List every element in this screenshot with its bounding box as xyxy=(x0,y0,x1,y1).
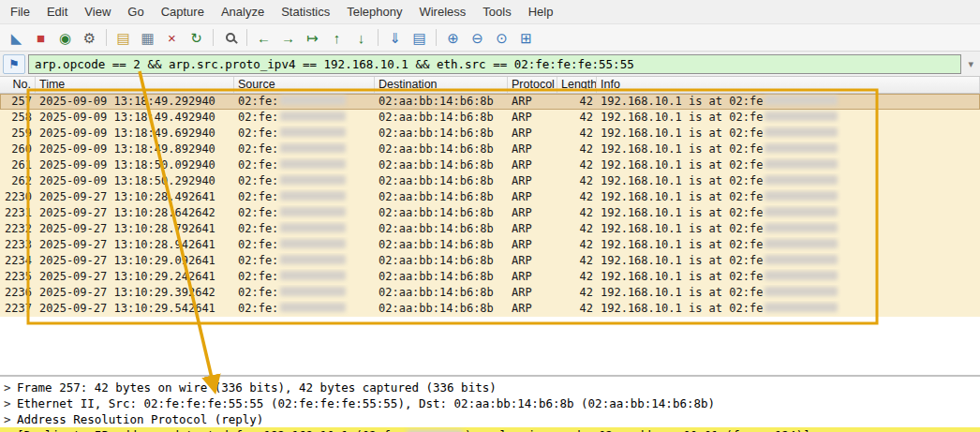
cell-info: 192.168.10.1 is at 02:fe xyxy=(597,189,980,205)
column-header-info[interactable]: Info xyxy=(597,77,980,93)
cell-time: 2025-09-09 13:18:49.492940 xyxy=(36,110,234,126)
packet-row[interactable]: 2612025-09-09 13:18:50.09294002:fe:02:aa… xyxy=(0,157,980,173)
packet-row[interactable]: 22302025-09-27 13:10:28.49264102:fe:02:a… xyxy=(0,189,980,205)
packet-row[interactable]: 22322025-09-27 13:10:28.79264102:fe:02:a… xyxy=(0,221,980,237)
expander-icon[interactable]: > xyxy=(4,427,17,432)
cell-time: 2025-09-09 13:18:49.892940 xyxy=(36,142,234,157)
cell-no: 258 xyxy=(0,110,36,126)
cell-dst: 02:aa:bb:14:b6:8b xyxy=(375,285,508,301)
detail-text: Ethernet II, Src: 02:fe:fe:fe:55:55 (02:… xyxy=(17,396,715,410)
find-packet-icon[interactable] xyxy=(218,26,242,50)
detail-line[interactable]: >Ethernet II, Src: 02:fe:fe:fe:55:55 (02… xyxy=(0,395,980,411)
cell-time: 2025-09-09 13:18:50.092940 xyxy=(36,157,234,173)
redacted-blur xyxy=(280,239,346,248)
menu-analyze[interactable]: Analyze xyxy=(213,1,273,22)
column-header-source[interactable]: Source xyxy=(234,77,375,93)
go-to-packet-icon[interactable]: ↦ xyxy=(301,26,324,50)
stop-capture-icon[interactable]: ■ xyxy=(29,26,52,50)
packet-row[interactable]: 22312025-09-27 13:10:28.64264202:fe:02:a… xyxy=(0,205,980,221)
start-capture-icon[interactable]: ◣ xyxy=(5,26,28,50)
menu-capture[interactable]: Capture xyxy=(153,1,213,22)
menu-edit[interactable]: Edit xyxy=(38,1,76,22)
redacted-blur xyxy=(765,191,838,201)
packet-row[interactable]: 22342025-09-27 13:10:29.09264102:fe:02:a… xyxy=(0,253,980,269)
cell-no: 2233 xyxy=(0,237,36,253)
last-packet-icon[interactable]: ↓ xyxy=(349,26,373,50)
expander-icon[interactable]: > xyxy=(4,411,17,427)
cell-info: 192.168.10.1 is at 02:fe xyxy=(597,142,980,157)
toolbar-separator xyxy=(106,29,107,46)
packet-row[interactable]: 22362025-09-27 13:10:29.39264202:fe:02:a… xyxy=(0,285,980,301)
menu-help[interactable]: Help xyxy=(520,1,562,22)
column-header-time[interactable]: Time xyxy=(36,77,234,93)
cell-pro: ARP xyxy=(508,237,557,253)
menu-view[interactable]: View xyxy=(76,1,119,22)
cell-info: 192.168.10.1 is at 02:fe xyxy=(597,301,980,317)
cell-src: 02:fe: xyxy=(234,269,375,285)
menu-wireless[interactable]: Wireless xyxy=(410,1,474,22)
main-toolbar: ◣■◉⚙▤▦×↻←→↦↑↓⇓▤⊕⊖⊙⊞ xyxy=(0,24,980,52)
reload-icon[interactable]: ↻ xyxy=(185,26,208,50)
expander-icon[interactable]: > xyxy=(4,380,17,395)
packet-row[interactable]: 2572025-09-09 13:18:49.29294002:fe:02:aa… xyxy=(0,94,980,110)
menu-tools[interactable]: Tools xyxy=(474,1,519,22)
packet-list-header: No.TimeSourceDestinationProtocolLengthIn… xyxy=(0,77,980,94)
packet-row[interactable]: 22352025-09-27 13:10:29.24264102:fe:02:a… xyxy=(0,269,980,285)
redacted-blur xyxy=(765,143,838,153)
redacted-blur xyxy=(765,287,838,296)
packet-row[interactable]: 22372025-09-27 13:10:29.54264102:fe:02:a… xyxy=(0,301,980,317)
capture-options-icon[interactable]: ⚙ xyxy=(78,26,101,50)
menu-statistics[interactable]: Statistics xyxy=(273,1,338,22)
go-back-icon[interactable]: ← xyxy=(252,26,275,50)
menu-file[interactable]: File xyxy=(2,1,38,22)
save-file-icon[interactable]: ▦ xyxy=(136,26,159,50)
packet-row[interactable]: 2592025-09-09 13:18:49.69294002:fe:02:aa… xyxy=(0,126,980,142)
packet-row[interactable]: 2602025-09-09 13:18:49.89294002:fe:02:aa… xyxy=(0,142,980,157)
cell-info: 192.168.10.1 is at 02:fe xyxy=(597,269,980,285)
redacted-blur xyxy=(765,239,838,248)
chevron-down-icon[interactable]: ▾ xyxy=(964,58,977,70)
resize-columns-icon[interactable]: ⊞ xyxy=(514,26,538,50)
cell-info: 192.168.10.1 is at 02:fe xyxy=(597,221,980,237)
cell-info: 192.168.10.1 is at 02:fe xyxy=(597,237,980,253)
cell-pro: ARP xyxy=(508,269,557,285)
auto-scroll-icon[interactable]: ⇓ xyxy=(383,26,407,50)
cell-len: 42 xyxy=(557,237,597,253)
column-header-destination[interactable]: Destination xyxy=(375,77,508,93)
packet-row[interactable]: 2582025-09-09 13:18:49.49294002:fe:02:aa… xyxy=(0,110,980,126)
close-file-icon[interactable]: × xyxy=(160,26,184,50)
filter-bookmark-button[interactable]: ⚑ xyxy=(3,54,25,74)
redacted-blur xyxy=(765,112,838,121)
detail-line[interactable]: >Frame 257: 42 bytes on wire (336 bits),… xyxy=(0,380,980,395)
packet-details-pane: >Frame 257: 42 bytes on wire (336 bits),… xyxy=(0,377,980,432)
display-filter-input[interactable] xyxy=(28,54,961,74)
cell-len: 42 xyxy=(557,142,597,157)
toolbar-separator xyxy=(436,29,437,46)
first-packet-icon[interactable]: ↑ xyxy=(325,26,349,50)
go-forward-icon[interactable]: → xyxy=(276,26,300,50)
detail-text: Frame 257: 42 bytes on wire (336 bits), … xyxy=(17,380,497,395)
zoom-out-icon[interactable]: ⊖ xyxy=(466,26,489,50)
cell-dst: 02:aa:bb:14:b6:8b xyxy=(375,110,508,126)
toolbar-separator xyxy=(213,29,214,46)
column-header-no[interactable]: No. xyxy=(0,77,36,93)
zoom-reset-icon[interactable]: ⊙ xyxy=(490,26,513,50)
cell-pro: ARP xyxy=(508,221,557,237)
colorize-icon[interactable]: ▤ xyxy=(408,26,431,50)
detail-line[interactable]: >Address Resolution Protocol (reply) xyxy=(0,411,980,427)
cell-len: 42 xyxy=(557,221,597,237)
packet-row[interactable]: 2622025-09-09 13:18:50.29294002:fe:02:aa… xyxy=(0,173,980,189)
menu-go[interactable]: Go xyxy=(119,1,152,22)
zoom-in-icon[interactable]: ⊕ xyxy=(441,26,465,50)
cell-len: 42 xyxy=(557,94,597,110)
redacted-blur xyxy=(280,223,346,232)
menu-telephony[interactable]: Telephony xyxy=(338,1,410,22)
cell-len: 42 xyxy=(557,205,597,221)
packet-row[interactable]: 22332025-09-27 13:10:28.94264102:fe:02:a… xyxy=(0,237,980,253)
column-header-protocol[interactable]: Protocol xyxy=(508,77,557,93)
restart-capture-icon[interactable]: ◉ xyxy=(53,26,77,50)
open-file-icon[interactable]: ▤ xyxy=(111,26,135,50)
expander-icon[interactable]: > xyxy=(4,395,17,411)
detail-line-warning[interactable]: >[Duplicate IP address detected for 192.… xyxy=(0,427,980,432)
column-header-length[interactable]: Length xyxy=(557,77,597,93)
